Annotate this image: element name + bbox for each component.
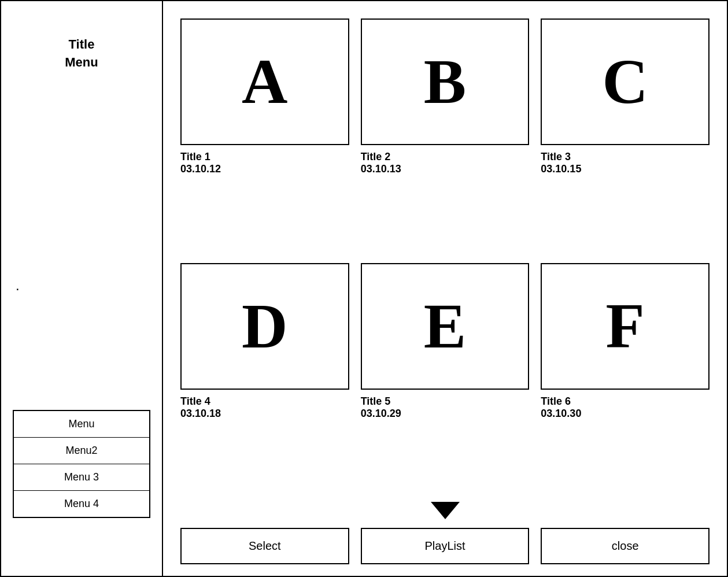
grid-item-6[interactable]: FTitle 603.10.30 xyxy=(541,263,709,496)
thumbnail-c: C xyxy=(541,19,709,145)
thumbnail-letter-c: C xyxy=(602,45,648,119)
select-button[interactable]: Select xyxy=(180,528,349,564)
thumbnail-letter-d: D xyxy=(242,290,287,363)
item-title-4: Title 4 xyxy=(180,395,210,408)
sidebar: Title Menu · Menu Menu2 Menu 3 Menu 4 xyxy=(1,1,163,576)
sidebar-item-menu4[interactable]: Menu 4 xyxy=(14,491,149,517)
content-area: ATitle 103.10.12BTitle 203.10.13CTitle 3… xyxy=(163,1,727,576)
action-buttons: Select PlayList close xyxy=(180,528,709,564)
thumbnail-f: F xyxy=(541,263,709,390)
item-date-1: 03.10.12 xyxy=(180,163,221,175)
thumbnail-letter-b: B xyxy=(424,45,466,119)
close-button[interactable]: close xyxy=(541,528,709,564)
thumbnail-a: A xyxy=(180,19,349,145)
sidebar-dot: · xyxy=(16,280,20,297)
item-date-3: 03.10.15 xyxy=(541,163,581,175)
item-title-1: Title 1 xyxy=(180,151,210,163)
grid-item-2[interactable]: BTitle 203.10.13 xyxy=(361,19,530,251)
bottom-area: Select PlayList close xyxy=(180,496,709,564)
grid-item-4[interactable]: DTitle 403.10.18 xyxy=(180,263,349,496)
thumbnail-letter-e: E xyxy=(424,290,466,363)
thumbnail-b: B xyxy=(361,19,530,145)
grid-item-3[interactable]: CTitle 303.10.15 xyxy=(541,19,709,251)
sidebar-item-menu3[interactable]: Menu 3 xyxy=(14,464,149,491)
media-grid: ATitle 103.10.12BTitle 203.10.13CTitle 3… xyxy=(180,19,709,496)
item-date-2: 03.10.13 xyxy=(361,163,401,175)
playlist-button[interactable]: PlayList xyxy=(361,528,530,564)
sidebar-title: Title Menu xyxy=(13,36,150,72)
grid-item-5[interactable]: ETitle 503.10.29 xyxy=(361,263,530,496)
thumbnail-d: D xyxy=(180,263,349,390)
grid-item-1[interactable]: ATitle 103.10.12 xyxy=(180,19,349,251)
sidebar-menu-list: Menu Menu2 Menu 3 Menu 4 xyxy=(13,410,150,518)
item-title-6: Title 6 xyxy=(541,395,571,408)
scroll-down-icon[interactable] xyxy=(431,502,460,519)
sidebar-item-menu2[interactable]: Menu2 xyxy=(14,438,149,464)
thumbnail-letter-f: F xyxy=(606,290,645,363)
item-title-5: Title 5 xyxy=(361,395,391,408)
item-date-5: 03.10.29 xyxy=(361,408,401,420)
item-date-6: 03.10.30 xyxy=(541,408,581,420)
app-container: Title Menu · Menu Menu2 Menu 3 Menu 4 AT… xyxy=(0,0,728,577)
thumbnail-e: E xyxy=(361,263,530,390)
thumbnail-letter-a: A xyxy=(242,45,287,119)
item-title-2: Title 2 xyxy=(361,151,391,163)
item-title-3: Title 3 xyxy=(541,151,571,163)
sidebar-item-menu1[interactable]: Menu xyxy=(14,411,149,438)
item-date-4: 03.10.18 xyxy=(180,408,221,420)
